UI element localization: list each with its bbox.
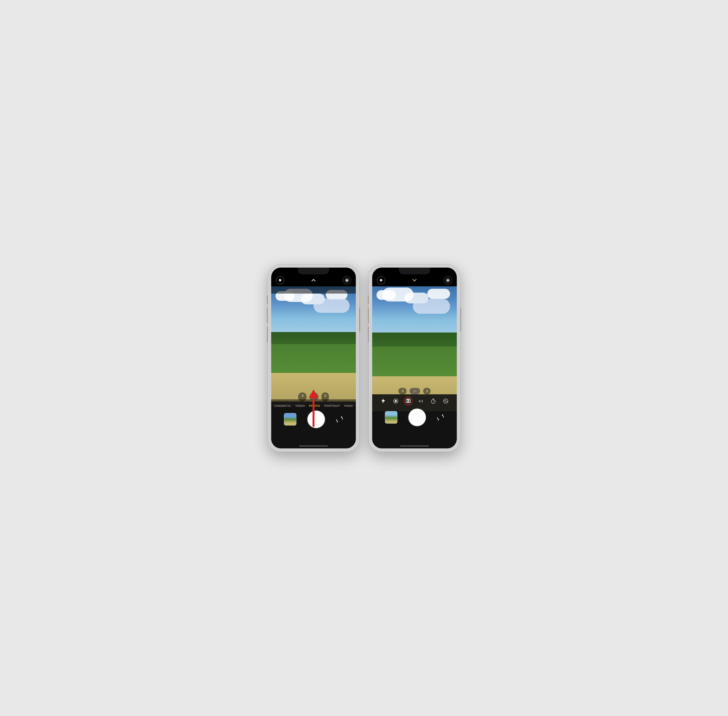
flip-camera-icon-2[interactable] — [437, 414, 444, 421]
camera-bottom-2: 4:3 — [372, 394, 457, 448]
power-button[interactable] — [359, 308, 360, 332]
phone-screen-2: .5 1× 3 — [372, 268, 457, 448]
cloud-2-4 — [427, 289, 450, 299]
mode-portrait-1[interactable]: PORTRAIT — [325, 404, 340, 407]
live-ctrl-2[interactable] — [391, 397, 400, 405]
camera-ui-1: .5 1 3 CINEMATIC VIDEO PHOTO PORTRAIT PA… — [271, 268, 356, 448]
shutter-button-2[interactable] — [408, 409, 426, 426]
svg-point-1 — [346, 280, 348, 281]
shutter-row-2 — [372, 407, 457, 430]
mode-video-1[interactable]: VIDEO — [295, 404, 305, 407]
mode-pano-1[interactable]: PANO — [344, 404, 353, 407]
arrow-shaft — [312, 398, 314, 427]
zoom-05-button-2[interactable]: .5 — [398, 388, 407, 394]
svg-point-3 — [447, 280, 449, 281]
hide-controls-button-1[interactable] — [311, 279, 315, 282]
live-photo-button-2[interactable] — [444, 276, 452, 284]
timer-ctrl-2[interactable] — [429, 397, 438, 405]
home-indicator-1 — [299, 446, 328, 446]
page-container: .5 1 3 CINEMATIC VIDEO PHOTO PORTRAIT PA… — [258, 255, 470, 461]
aspect-ratio-ctrl-2[interactable]: 4:3 — [416, 397, 425, 405]
top-bar-2 — [372, 275, 457, 286]
zoom-3x-button-1[interactable]: 3 — [322, 392, 329, 402]
flash-ctrl-2[interactable] — [379, 397, 388, 405]
viewfinder-1 — [271, 286, 356, 407]
show-controls-button-2[interactable] — [413, 279, 417, 282]
svg-point-5 — [395, 400, 397, 402]
photo-thumbnail-1[interactable] — [284, 413, 296, 426]
flash-button-2[interactable] — [377, 276, 385, 284]
controls-row-2: 4:3 — [372, 394, 457, 407]
zoom-05-button-1[interactable]: .5 — [298, 392, 306, 402]
notch-2 — [399, 268, 430, 275]
svg-line-14 — [433, 401, 434, 402]
phone-1: .5 1 3 CINEMATIC VIDEO PHOTO PORTRAIT PA… — [268, 264, 359, 452]
home-indicator-2 — [400, 446, 429, 446]
live-photo-button-1[interactable] — [343, 276, 351, 284]
power-button-2[interactable] — [460, 308, 461, 332]
flip-camera-ctrl-2[interactable] — [404, 397, 413, 405]
notch-1 — [298, 268, 329, 275]
scene-background-1 — [271, 286, 356, 407]
cloud-2-5 — [413, 299, 450, 314]
thumbnail-inner-2 — [385, 411, 397, 423]
phone-2: .5 1× 3 — [369, 264, 460, 452]
cloud-5 — [314, 298, 350, 313]
mode-cinematic-1[interactable]: CINEMATIC — [274, 404, 291, 407]
swipe-up-arrow — [309, 390, 318, 427]
letterbox-top-1 — [271, 286, 356, 294]
phone-screen-1: .5 1 3 CINEMATIC VIDEO PHOTO PORTRAIT PA… — [271, 268, 356, 448]
zoom-3x-button-2[interactable]: 3 — [423, 388, 431, 394]
flip-camera-icon-1[interactable] — [336, 416, 343, 423]
photo-thumbnail-2[interactable] — [385, 411, 397, 424]
flash-button-1[interactable] — [276, 276, 284, 284]
filters-ctrl-2[interactable] — [441, 397, 450, 405]
zoom-controls-2: .5 1× 3 — [372, 388, 457, 394]
arrow-head — [309, 390, 318, 398]
zoom-1x-button-2[interactable]: 1× — [410, 388, 420, 394]
top-bar-1 — [271, 275, 356, 286]
camera-ui-2: .5 1× 3 — [372, 268, 457, 448]
